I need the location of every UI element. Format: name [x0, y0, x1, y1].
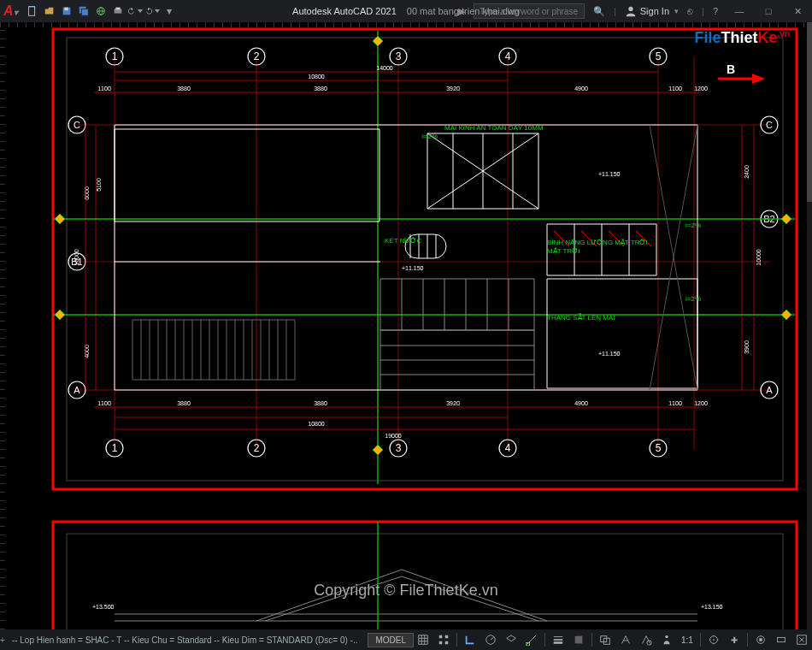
svg-text:1100: 1100 — [97, 86, 111, 92]
svg-rect-4 — [81, 9, 88, 15]
isodraft-icon[interactable] — [502, 631, 521, 648]
scrollbar-vertical[interactable] — [807, 22, 812, 629]
svg-text:10000: 10000 — [756, 249, 762, 266]
svg-text:i=2%: i=2% — [685, 222, 701, 229]
svg-text:2400: 2400 — [744, 165, 750, 179]
svg-text:A: A — [766, 385, 773, 395]
titlebar: A▾ ▾ Autodesk AutoCAD 2021 00 mat bang t… — [0, 0, 812, 22]
svg-text:4: 4 — [505, 442, 511, 454]
svg-text:3: 3 — [396, 50, 402, 62]
window-title: Autodesk AutoCAD 2021 00 mat bang trien … — [292, 6, 520, 16]
svg-text:1100: 1100 — [668, 86, 682, 92]
svg-rect-0 — [28, 7, 34, 16]
human-icon[interactable] — [657, 631, 676, 648]
svg-text:1: 1 — [112, 442, 118, 454]
saveas-icon[interactable] — [76, 3, 91, 19]
transparency-icon[interactable] — [569, 631, 588, 648]
signin-button[interactable]: Sign In▾ — [625, 5, 679, 17]
svg-text:A: A — [74, 385, 80, 395]
app-name: Autodesk AutoCAD 2021 — [292, 6, 397, 16]
qat-overflow-icon[interactable]: ▾ — [162, 3, 177, 19]
svg-text:BÌNH NĂNG LƯỢNG MẶT TRỜI: BÌNH NĂNG LƯỢNG MẶT TRỜI — [547, 239, 648, 246]
file-name: 00 mat bang trien khai.dwg — [407, 6, 520, 16]
svg-text:C: C — [74, 120, 80, 130]
svg-text:2: 2 — [254, 442, 260, 454]
svg-text:3: 3 — [396, 442, 402, 454]
window-controls: — □ ✕ — [725, 0, 812, 22]
svg-rect-10 — [67, 38, 783, 481]
svg-rect-181 — [759, 638, 762, 641]
svg-text:4900: 4900 — [574, 400, 588, 406]
svg-text:MÁI KÍNH AN TOÀN DÀY 10MM: MÁI KÍNH AN TOÀN DÀY 10MM — [444, 124, 544, 132]
svg-text:4900: 4900 — [574, 86, 588, 92]
lineweight-icon[interactable] — [549, 631, 568, 648]
svg-rect-182 — [778, 637, 786, 641]
svg-rect-61 — [115, 129, 380, 222]
minimize-button[interactable]: — — [725, 0, 754, 22]
svg-rect-157 — [53, 522, 797, 629]
svg-rect-158 — [67, 534, 783, 629]
svg-rect-173 — [575, 636, 583, 644]
grid-icon[interactable] — [414, 631, 432, 648]
svg-text:1100: 1100 — [668, 400, 682, 406]
annotation-icon[interactable] — [616, 631, 635, 648]
svg-text:3920: 3920 — [446, 86, 460, 92]
annotation-scale-icon[interactable] — [637, 631, 656, 648]
svg-rect-165 — [445, 635, 449, 639]
svg-text:KÉT NƯỚC: KÉT NƯỚC — [385, 237, 421, 245]
undo-icon[interactable] — [127, 3, 143, 19]
svg-text:+13.500: +13.500 — [92, 604, 115, 610]
scrollbar-thumb[interactable] — [807, 22, 812, 202]
svg-rect-164 — [439, 635, 443, 639]
svg-rect-81 — [380, 279, 534, 330]
svg-text:3880: 3880 — [177, 400, 191, 406]
help-icon[interactable]: ? — [713, 6, 718, 16]
svg-rect-166 — [439, 641, 443, 645]
redo-icon[interactable] — [144, 3, 160, 19]
maximize-button[interactable]: □ — [754, 0, 783, 22]
svg-text:1200: 1200 — [694, 400, 708, 406]
isolate-icon[interactable] — [751, 631, 770, 648]
svg-text:+13.150: +13.150 — [701, 604, 723, 610]
polar-icon[interactable] — [481, 631, 500, 648]
quick-access-toolbar: ▾ — [25, 3, 177, 19]
svg-text:+11.150: +11.150 — [402, 265, 424, 271]
watermark-logo: FileThietKe.vn — [695, 29, 790, 47]
svg-text:MẶT TRỜI: MẶT TRỜI — [547, 247, 580, 255]
svg-rect-7 — [115, 8, 120, 10]
hardware-accel-icon[interactable] — [772, 631, 791, 648]
svg-text:THANG SẮT LÊN MÁI: THANG SẮT LÊN MÁI — [547, 313, 615, 322]
new-icon[interactable] — [25, 3, 40, 19]
drawing: 1 2 3 4 5 1 2 3 4 5 C B1 A C B2 A — [0, 22, 807, 629]
open-icon[interactable] — [42, 3, 57, 19]
svg-text:2: 2 — [254, 50, 260, 62]
annotation-scale-value[interactable]: 1:1 — [678, 635, 697, 645]
help-search-icon[interactable]: 🔍 — [593, 6, 605, 17]
status-toolbar: 1:1 ✚ ≡ — [414, 631, 812, 648]
command-line[interactable]: -- Lop Hien hanh = SHAC - T -- Kieu Chu … — [5, 635, 365, 645]
selection-cycling-icon[interactable] — [596, 631, 615, 648]
exchange-icon[interactable]: ⎋ — [687, 6, 693, 16]
app-logo-icon[interactable]: A▾ — [3, 3, 18, 19]
workspace-icon[interactable] — [704, 631, 723, 648]
svg-point-177 — [665, 635, 668, 639]
web-icon[interactable] — [93, 3, 109, 19]
osnap-icon[interactable] — [522, 631, 541, 648]
save-icon[interactable] — [59, 3, 74, 19]
svg-text:19000: 19000 — [385, 433, 402, 439]
annotation-monitor-icon[interactable]: ✚ — [725, 631, 744, 648]
close-button[interactable]: ✕ — [783, 0, 812, 22]
plot-icon[interactable] — [110, 3, 126, 19]
model-space-button[interactable]: MODEL — [368, 633, 414, 647]
drawing-canvas[interactable]: 1 2 3 4 5 1 2 3 4 5 C B1 A C B2 A — [0, 22, 807, 629]
svg-rect-2 — [64, 8, 68, 11]
svg-rect-9 — [53, 29, 797, 489]
ortho-icon[interactable] — [461, 631, 480, 648]
svg-text:4000: 4000 — [84, 345, 90, 358]
svg-text:14000: 14000 — [376, 65, 393, 71]
svg-text:5: 5 — [656, 442, 662, 454]
clean-screen-icon[interactable] — [792, 631, 811, 648]
svg-rect-167 — [445, 641, 449, 645]
svg-text:10800: 10800 — [308, 421, 325, 427]
snap-icon[interactable] — [434, 631, 453, 648]
